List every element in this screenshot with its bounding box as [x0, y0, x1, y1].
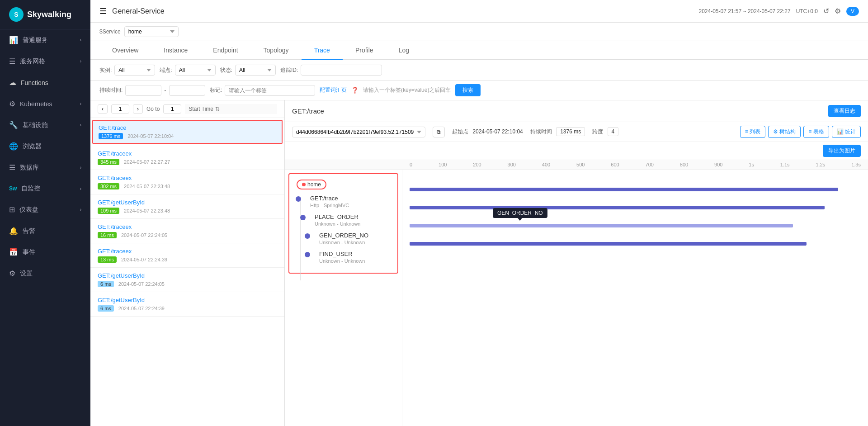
span-type-3: Unknown - Unknown	[319, 240, 394, 245]
settings-icon[interactable]: ⚙	[835, 7, 841, 15]
view-log-button[interactable]: 查看日志	[828, 105, 861, 117]
sidebar-item-functions[interactable]: ☁ Functions	[0, 72, 90, 93]
logo-icon: S	[9, 7, 24, 22]
traceid-filter: 追踪ID:	[280, 65, 382, 76]
span-dot-4	[305, 252, 310, 257]
tab-endpoint[interactable]: Endpoint	[200, 41, 250, 60]
tab-log[interactable]: Log	[386, 41, 422, 60]
trace-item[interactable]: GET:/getUserById 6 ms 2024-05-07 22:24:0…	[90, 268, 284, 292]
span-info-1: GET:/trace Http - SpringMVC	[310, 195, 394, 208]
sidebar-item-event[interactable]: 📅 事件	[0, 241, 90, 263]
page-number-input[interactable]	[111, 104, 129, 114]
sidebar-item-label: 仪表盘	[19, 206, 38, 214]
goto-input[interactable]	[163, 104, 181, 114]
config-link[interactable]: 配置词汇页	[320, 86, 347, 94]
bar-row-4	[410, 237, 861, 250]
menu-icon[interactable]: ☰	[99, 6, 107, 16]
start-time-column: Start Time ⇅	[185, 104, 277, 114]
question-icon: ❓	[351, 87, 359, 94]
trace-item[interactable]: GET:/getUserById 109 ms 2024-05-07 22:23…	[90, 194, 284, 219]
copy-button[interactable]: ⧉	[433, 127, 445, 137]
trace-item[interactable]: GET:/traceex 13 ms 2024-05-07 22:24:39	[90, 243, 284, 268]
search-button[interactable]: 搜索	[455, 84, 481, 96]
status-select[interactable]: All	[235, 65, 276, 76]
sidebar-item-kubernetes[interactable]: ⚙ Kubernetes ›	[0, 93, 90, 114]
trace-name: GET:/traceex	[98, 223, 277, 230]
service-select[interactable]: home	[124, 26, 179, 37]
span-tree-box: home GET	[288, 173, 398, 274]
tab-instance[interactable]: Instance	[151, 41, 200, 60]
bar-row-2	[410, 201, 861, 214]
page-title: General-Service	[112, 7, 165, 15]
trace-item[interactable]: GET:/traceex 345 ms 2024-05-07 22:27:27	[90, 146, 284, 170]
sidebar-item-dashboard[interactable]: ⊞ 仪表盘 ›	[0, 199, 90, 220]
filter-bar: 实例: All 端点: All 状态: All 追踪ID:	[90, 60, 868, 80]
export-button[interactable]: 导出为图片	[823, 145, 861, 157]
tick-600: 600	[611, 162, 619, 167]
bar-row-3	[410, 219, 861, 232]
trace-meta: 13 ms 2024-05-07 22:24:39	[98, 256, 277, 263]
bar-row-1	[410, 183, 861, 196]
duration-max-input[interactable]	[169, 85, 205, 96]
stats-view-button[interactable]: 📊 统计	[832, 126, 861, 138]
tab-overview[interactable]: Overview	[99, 41, 151, 60]
span-type-2: Unknown - Unknown	[315, 221, 394, 227]
sidebar-item-label: 普通服务	[23, 36, 48, 44]
trace-item[interactable]: GET:/traceex 302 ms 2024-05-07 22:23:48	[90, 170, 284, 194]
sidebar-item-self-monitor[interactable]: Sw 自监控 ›	[0, 178, 90, 199]
table-view-button[interactable]: ≡ 表格	[803, 126, 829, 138]
traceid-input[interactable]	[301, 65, 382, 76]
topbar: ☰ General-Service 2024-05-07 21:57 ~ 202…	[90, 0, 868, 23]
next-page-button[interactable]: ›	[133, 104, 143, 114]
duration-meta-label: 持续时间	[530, 128, 552, 135]
sidebar-item-alert[interactable]: 🔔 告警	[0, 220, 90, 241]
tab-profile[interactable]: Profile	[343, 41, 386, 60]
refresh-icon[interactable]: ↺	[823, 7, 829, 15]
tree-view-button[interactable]: ⚙ 树结构	[768, 126, 801, 138]
trace-item[interactable]: GET:/getUserById 6 ms 2024-05-07 22:24:3…	[90, 292, 284, 317]
duration-badge: 6 ms	[98, 305, 114, 312]
chevron-right-icon: ›	[80, 59, 81, 64]
tick-100: 100	[439, 162, 447, 167]
tab-trace[interactable]: Trace	[302, 41, 343, 60]
trace-item[interactable]: GET:/trace 1376 ms 2024-05-07 22:10:04	[92, 120, 283, 144]
endpoint-select[interactable]: All	[175, 65, 216, 76]
trace-meta: 302 ms 2024-05-07 22:23:48	[98, 183, 277, 189]
sidebar-item-browser[interactable]: 🌐 浏览器	[0, 136, 90, 157]
status-label: 状态:	[220, 66, 232, 74]
span-count-value: 4	[608, 127, 619, 136]
prev-page-button[interactable]: ‹	[98, 104, 108, 114]
sidebar-item-normal-service[interactable]: 📊 普通服务 ›	[0, 29, 90, 51]
traceid-label: 追踪ID:	[280, 66, 298, 74]
trace-meta: 16 ms 2024-05-07 22:24:05	[98, 232, 277, 238]
sidebar-item-database[interactable]: ☰ 数据库 ›	[0, 157, 90, 178]
sidebar-item-label: 事件	[23, 248, 35, 256]
tick-1-2s: 1.2s	[816, 162, 825, 167]
duration-min-input[interactable]	[125, 85, 161, 96]
infra-icon: 🔧	[9, 121, 18, 129]
sidebar-item-label: 设置	[20, 270, 33, 278]
tag-input[interactable]	[225, 85, 315, 96]
filter-bar2: 持续时间: - 标记: 配置词汇页 ❓ 请输入一个标签(key=value)之后…	[90, 80, 868, 100]
trace-item[interactable]: GET:/traceex 16 ms 2024-05-07 22:24:05	[90, 219, 284, 243]
sort-icon[interactable]: ⇅	[215, 106, 220, 112]
duration-badge: 1376 ms	[99, 133, 123, 139]
instance-select[interactable]: All	[114, 65, 155, 76]
list-view-button[interactable]: ≡ 列表	[740, 126, 765, 138]
tick-500: 500	[576, 162, 585, 167]
trace-id-select[interactable]: d44d066864fb4db2b9f7b2201f79ef93.52.1715…	[292, 127, 425, 137]
sidebar-item-settings[interactable]: ⚙ 设置	[0, 263, 90, 284]
tab-topology[interactable]: Topology	[251, 41, 302, 60]
sidebar-item-label: Kubernetes	[20, 100, 52, 108]
sidebar-item-infrastructure[interactable]: 🔧 基础设施 ›	[0, 114, 90, 136]
trace-detail: GET:/trace 查看日志 d44d066864fb4db2b9f7b220…	[285, 100, 868, 426]
timezone-display: UTC+0:0	[796, 8, 818, 14]
span-dot-1	[296, 196, 301, 202]
tick-200: 200	[473, 162, 481, 167]
detail-title: GET:/trace	[292, 107, 324, 115]
sidebar-item-service-mesh[interactable]: ☰ 服务网格 ›	[0, 51, 90, 72]
toggle-button[interactable]: V	[846, 7, 859, 16]
span-type-4: Unknown - Unknown	[319, 258, 394, 264]
duration-badge: 302 ms	[98, 183, 119, 189]
span-meta: 跨度 4	[592, 128, 618, 136]
